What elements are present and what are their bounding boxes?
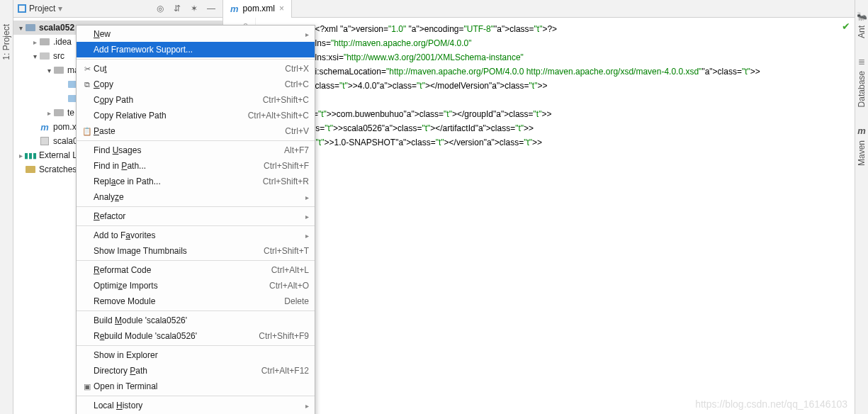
menu-paste[interactable]: 📋PasteCtrl+V xyxy=(77,123,315,139)
menu-separator xyxy=(77,225,315,226)
menu-rebuild-module[interactable]: Rebuild Module 'scala0526'Ctrl+Shift+F9 xyxy=(77,328,315,344)
menu-local-history[interactable]: Local History▸ xyxy=(77,398,315,413)
menu-copy[interactable]: ⧉CopyCtrl+C xyxy=(77,77,315,92)
menu-refactor[interactable]: Refactor▸ xyxy=(77,208,315,224)
menu-reformat[interactable]: Reformat CodeCtrl+Alt+L xyxy=(77,262,315,278)
close-icon[interactable]: × xyxy=(279,4,284,13)
menu-optimize-imports[interactable]: Optimize ImportsCtrl+Alt+O xyxy=(77,278,315,293)
check-icon: ✔ xyxy=(842,21,850,32)
maven-tab[interactable]: mMaven xyxy=(857,121,867,166)
menu-open-terminal[interactable]: ▣Open in Terminal xyxy=(77,379,315,394)
menu-add-framework[interactable]: Add Framework Support... xyxy=(77,42,315,57)
editor-area: m pom.xml × ✔ 3 "a">class="t"><?xml "a">… xyxy=(223,0,855,414)
hide-icon[interactable]: — xyxy=(204,1,218,16)
menu-find-usages[interactable]: Find UsagesAlt+F7 xyxy=(77,142,315,158)
dropdown-icon[interactable]: ▾ xyxy=(58,4,62,13)
menu-separator xyxy=(77,396,315,396)
watermark: https://blog.csdn.net/qq_16146103 xyxy=(695,398,847,410)
menu-replace-in-path[interactable]: Replace in Path...Ctrl+Shift+R xyxy=(77,174,315,189)
left-dock[interactable]: 1: Project xyxy=(0,0,13,414)
cut-icon: ✂ xyxy=(81,65,94,74)
project-tool-tab[interactable]: 1: Project xyxy=(1,24,11,60)
menu-show-explorer[interactable]: Show in Explorer xyxy=(77,347,315,363)
paste-icon: 📋 xyxy=(81,127,94,136)
database-tab[interactable]: ≣Database xyxy=(857,52,867,107)
menu-cut[interactable]: ✂CutCtrl+X xyxy=(77,61,315,77)
menu-remove-module[interactable]: Remove ModuleDelete xyxy=(77,293,315,309)
library-icon: ▮▮▮ xyxy=(25,150,36,161)
menu-separator xyxy=(77,140,315,141)
code-lines[interactable]: "a">class="t"><?xml "a">version="1.0" "a… xyxy=(256,18,760,414)
terminal-icon: ▣ xyxy=(81,382,94,391)
menu-copy-path[interactable]: Copy PathCtrl+Shift+C xyxy=(77,92,315,108)
menu-build-module[interactable]: Build Module 'scala0526' xyxy=(77,313,315,328)
menu-analyze[interactable]: Analyze▸ xyxy=(77,189,315,205)
menu-directory-path[interactable]: Directory PathCtrl+Alt+F12 xyxy=(77,363,315,379)
context-menu: New▸ Add Framework Support... ✂CutCtrl+X… xyxy=(76,25,315,414)
copy-icon: ⧉ xyxy=(81,80,94,89)
project-icon xyxy=(18,4,26,13)
collapse-icon[interactable]: ⇵ xyxy=(170,1,184,16)
right-dock[interactable]: 🐜Ant ≣Database mMaven xyxy=(855,0,868,414)
locate-icon[interactable]: ◎ xyxy=(153,1,167,16)
maven-file-icon: m xyxy=(39,121,50,133)
maven-file-icon: m xyxy=(230,4,239,14)
gear-icon[interactable]: ✶ xyxy=(187,1,201,16)
code-editor[interactable]: ✔ 3 "a">class="t"><?xml "a">version="1.0… xyxy=(223,18,855,414)
menu-show-image[interactable]: Show Image ThumbnailsCtrl+Shift+T xyxy=(77,243,315,259)
menu-separator xyxy=(77,59,315,60)
editor-tabs: m pom.xml × xyxy=(223,0,855,18)
panel-title: Project xyxy=(29,4,55,13)
menu-separator xyxy=(77,260,315,261)
menu-separator xyxy=(77,206,315,207)
ant-tab[interactable]: 🐜Ant xyxy=(857,7,867,38)
menu-separator xyxy=(77,345,315,346)
menu-copy-relative[interactable]: Copy Relative PathCtrl+Alt+Shift+C xyxy=(77,108,315,123)
menu-find-in-path[interactable]: Find in Path...Ctrl+Shift+F xyxy=(77,158,315,174)
menu-new[interactable]: New▸ xyxy=(77,26,315,42)
menu-separator xyxy=(77,310,315,311)
tab-pom[interactable]: m pom.xml × xyxy=(223,0,292,18)
menu-add-favorites[interactable]: Add to Favorites▸ xyxy=(77,228,315,243)
project-panel-header: Project ▾ ◎ ⇵ ✶ — xyxy=(13,0,222,18)
tab-label: pom.xml xyxy=(243,4,275,13)
